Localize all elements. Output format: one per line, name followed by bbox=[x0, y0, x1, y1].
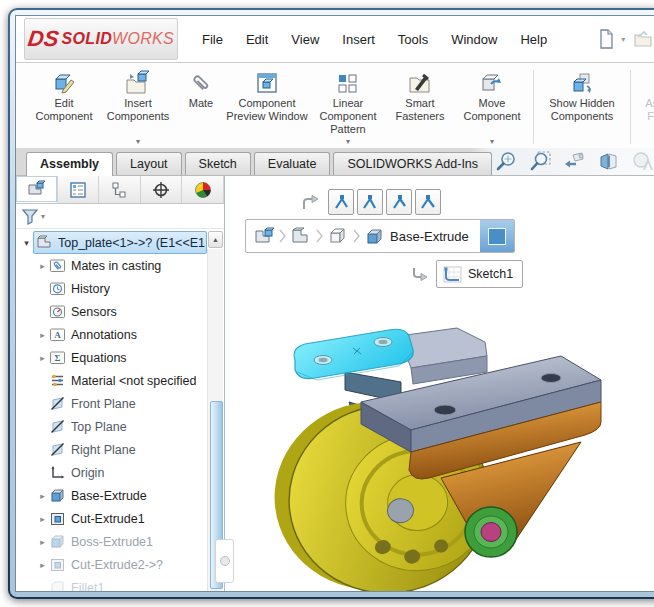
menu-edit[interactable]: Edit bbox=[246, 32, 268, 47]
caster-wheel-model[interactable] bbox=[249, 294, 629, 591]
expand-arrow-icon[interactable] bbox=[36, 514, 49, 524]
edit-component-button[interactable]: Edit Component bbox=[30, 66, 98, 148]
mate-button[interactable]: Mate bbox=[178, 66, 224, 148]
tree-item-annotations[interactable]: A Annotations bbox=[16, 323, 224, 346]
linear-component-pattern-icon bbox=[335, 69, 361, 96]
tree-item-boss-extrude1[interactable]: Boss-Extrude1 bbox=[16, 530, 224, 553]
cut-extrude-icon bbox=[49, 556, 66, 573]
tree-item-front-plane[interactable]: Front Plane bbox=[16, 392, 224, 415]
tab-configuration-manager[interactable] bbox=[99, 176, 141, 203]
tab-layout[interactable]: Layout bbox=[116, 152, 182, 175]
feature-tree: Top_plate<1>->? (E1<<E1 Mates in casting bbox=[16, 229, 224, 591]
tree-item-equations[interactable]: Σ Equations bbox=[16, 346, 224, 369]
tree-item-material[interactable]: Material <not specified bbox=[16, 369, 224, 392]
filter-funnel-icon[interactable] bbox=[21, 208, 39, 225]
mate-paperclip-icon bbox=[188, 69, 214, 96]
menu-window[interactable]: Window bbox=[451, 32, 497, 47]
part-icon bbox=[290, 226, 312, 246]
breadcrumb-up-arrow-icon[interactable] bbox=[301, 194, 321, 211]
tree-item-base-extrude[interactable]: Base-Extrude bbox=[16, 484, 224, 507]
plane-icon bbox=[49, 395, 66, 412]
section-view-icon[interactable] bbox=[597, 150, 620, 173]
tree-item-mates[interactable]: Mates in casting bbox=[16, 254, 224, 277]
quick-mate-perpendicular-button[interactable] bbox=[386, 189, 412, 215]
new-document-icon[interactable] bbox=[595, 28, 617, 50]
breadcrumb-solid-body[interactable] bbox=[325, 226, 351, 246]
smart-fasteners-button[interactable]: Smart Fasteners bbox=[386, 66, 454, 148]
tree-item-right-plane[interactable]: Right Plane bbox=[16, 438, 224, 461]
tab-evaluate[interactable]: Evaluate bbox=[254, 152, 331, 175]
svg-text:A: A bbox=[54, 330, 61, 340]
zoom-to-area-icon[interactable] bbox=[529, 150, 552, 173]
menu-tools[interactable]: Tools bbox=[398, 32, 428, 47]
insert-components-button[interactable]: Insert Components bbox=[98, 66, 178, 148]
component-preview-window-button[interactable]: Component Preview Window bbox=[224, 66, 310, 148]
quick-mate-tangent-button[interactable] bbox=[415, 189, 441, 215]
menu-insert[interactable]: Insert bbox=[342, 32, 375, 47]
solidworks-logo: DS SOLIDWORKS bbox=[24, 18, 178, 60]
filter-dropdown-icon[interactable]: ▾ bbox=[41, 212, 45, 221]
tree-item-origin[interactable]: Origin bbox=[16, 461, 224, 484]
open-document-icon[interactable] bbox=[632, 28, 654, 50]
sketch1-chip[interactable]: Sketch1 bbox=[436, 260, 523, 288]
tree-item-history[interactable]: History bbox=[16, 277, 224, 300]
new-document-dropdown-icon[interactable]: ▾ bbox=[621, 35, 625, 44]
expand-arrow-icon[interactable] bbox=[36, 330, 49, 340]
expand-arrow-icon[interactable] bbox=[36, 491, 49, 501]
annotations-folder-icon: A bbox=[49, 326, 66, 343]
menu-view[interactable]: View bbox=[291, 32, 319, 47]
previous-view-icon[interactable] bbox=[563, 150, 586, 173]
breadcrumb-base-extrude[interactable]: Base-Extrude bbox=[362, 226, 478, 246]
quick-mate-coincident-button[interactable] bbox=[328, 189, 354, 215]
tree-root-top-plate[interactable]: Top_plate<1>->? (E1<<E1 bbox=[16, 231, 224, 254]
tab-solidworks-add-ins[interactable]: SOLIDWORKS Add-Ins bbox=[333, 152, 492, 175]
breadcrumb-part[interactable] bbox=[288, 226, 314, 246]
tree-scrollbar-up-button[interactable]: ▲ bbox=[208, 231, 223, 248]
selected-root-row[interactable]: Top_plate<1>->? (E1<<E1 bbox=[33, 231, 207, 254]
tab-display-manager[interactable] bbox=[182, 176, 224, 203]
tree-item-cut-extrude1[interactable]: Cut-Extrude1 bbox=[16, 507, 224, 530]
assembly-icon bbox=[253, 226, 275, 246]
assembly-features-button[interactable]: Assembly Features bbox=[634, 66, 654, 148]
zoom-to-fit-icon[interactable] bbox=[495, 150, 518, 173]
fillet-icon bbox=[49, 579, 66, 591]
toolbar-separator bbox=[533, 70, 534, 144]
quick-mate-parallel-button[interactable] bbox=[357, 189, 383, 215]
menu-help[interactable]: Help bbox=[520, 32, 547, 47]
mate-glyph-icon bbox=[390, 193, 408, 211]
show-hidden-components-button[interactable]: Show Hidden Components bbox=[537, 66, 627, 148]
property-manager-icon bbox=[68, 181, 88, 199]
graphics-viewport[interactable]: Base-Extrude Sketc bbox=[225, 176, 654, 591]
breadcrumb-bar: Base-Extrude bbox=[245, 219, 515, 253]
top-plate-selected[interactable] bbox=[294, 328, 487, 384]
view-settings-icon[interactable] bbox=[631, 150, 654, 173]
expand-arrow-icon[interactable] bbox=[36, 261, 49, 271]
tab-sketch[interactable]: Sketch bbox=[185, 152, 251, 175]
quick-mate-buttons bbox=[328, 189, 441, 215]
breadcrumb-down-arrow-icon[interactable] bbox=[411, 266, 430, 283]
sketch-icon bbox=[441, 264, 463, 284]
expand-arrow-icon[interactable] bbox=[36, 560, 49, 570]
mate-glyph-icon bbox=[361, 193, 379, 211]
tab-dimxpert-manager[interactable] bbox=[141, 176, 183, 203]
linear-component-pattern-button[interactable]: Linear Component Pattern bbox=[310, 66, 386, 148]
breadcrumb-selected-sketch-tile[interactable] bbox=[480, 220, 514, 252]
tree-item-cut-extrude2[interactable]: Cut-Extrude2->? bbox=[16, 553, 224, 576]
breadcrumb-assembly[interactable] bbox=[251, 226, 277, 246]
tab-assembly[interactable]: Assembly bbox=[26, 152, 113, 176]
move-component-button[interactable]: Move Component bbox=[454, 66, 530, 148]
part-icon bbox=[36, 234, 53, 251]
ds-logo-text: DS bbox=[26, 26, 60, 52]
tree-item-top-plane[interactable]: Top Plane bbox=[16, 415, 224, 438]
menu-file[interactable]: File bbox=[202, 32, 223, 47]
expand-arrow-icon[interactable] bbox=[36, 353, 49, 363]
origin-icon bbox=[49, 464, 66, 481]
axle-bearing bbox=[465, 507, 517, 557]
tab-featuremanager-design-tree[interactable] bbox=[16, 176, 58, 203]
panel-splitter-grip[interactable] bbox=[215, 539, 234, 583]
expand-arrow-icon[interactable] bbox=[36, 537, 49, 547]
tree-item-sensors[interactable]: Sensors bbox=[16, 300, 224, 323]
tab-property-manager[interactable] bbox=[58, 176, 100, 203]
tree-item-fillet1[interactable]: Fillet1 bbox=[16, 576, 224, 591]
expand-arrow-icon[interactable] bbox=[20, 238, 33, 248]
